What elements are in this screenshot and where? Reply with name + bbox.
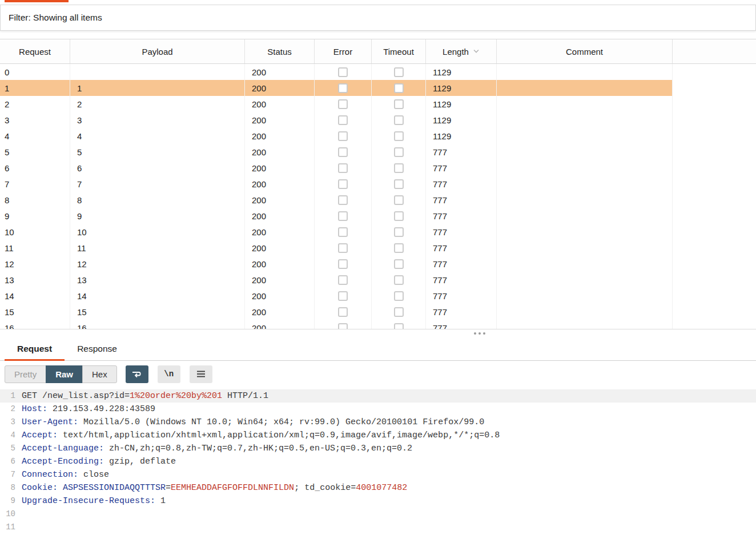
payload-cell: 6 — [70, 160, 245, 176]
timeout-checkbox[interactable] — [394, 243, 404, 253]
timeout-cell — [372, 320, 426, 329]
code-token: Accept: — [22, 431, 58, 440]
payload-cell: 15 — [70, 304, 245, 320]
timeout-checkbox[interactable] — [394, 163, 404, 173]
line-number: 6 — [0, 455, 15, 468]
code-token: Accept-Language: — [22, 444, 104, 453]
table-row[interactable]: 1515200777 — [0, 304, 673, 320]
error-checkbox[interactable] — [338, 147, 348, 157]
raw-button[interactable]: Raw — [46, 365, 83, 383]
payload-cell: 4 — [70, 128, 245, 144]
column-header-length[interactable]: Length — [426, 39, 497, 63]
column-header-timeout[interactable]: Timeout — [372, 39, 426, 63]
timeout-cell — [372, 160, 426, 176]
code-token: Cookie: — [22, 483, 58, 493]
code-line: 5Accept-Language: zh-CN,zh;q=0.8,zh-TW;q… — [0, 442, 756, 455]
error-checkbox[interactable] — [338, 259, 348, 269]
timeout-checkbox[interactable] — [394, 147, 404, 157]
error-checkbox[interactable] — [338, 83, 348, 93]
column-header-error[interactable]: Error — [315, 39, 372, 63]
timeout-checkbox[interactable] — [394, 307, 404, 317]
timeout-cell — [372, 256, 426, 272]
table-row[interactable]: 66200777 — [0, 160, 673, 176]
timeout-checkbox[interactable] — [394, 227, 404, 237]
error-checkbox[interactable] — [338, 99, 348, 109]
column-header-request[interactable]: Request — [0, 39, 70, 63]
error-checkbox[interactable] — [338, 67, 348, 77]
table-row[interactable]: 1212200777 — [0, 256, 673, 272]
code-line-content: Cookie: ASPSESSIONIDAQQTTTSR=EEMHEADDAFG… — [15, 481, 407, 494]
tab-response[interactable]: Response — [65, 337, 130, 360]
timeout-checkbox[interactable] — [394, 179, 404, 189]
code-token: Upgrade-Insecure-Requests: — [22, 496, 155, 506]
error-checkbox[interactable] — [338, 323, 348, 330]
timeout-checkbox[interactable] — [394, 115, 404, 125]
timeout-checkbox[interactable] — [394, 291, 404, 301]
error-checkbox[interactable] — [338, 115, 348, 125]
table-row[interactable]: 99200777 — [0, 208, 673, 224]
table-row[interactable]: 222001129 — [0, 96, 673, 112]
show-newlines-button[interactable]: \n — [158, 365, 180, 383]
column-header-payload[interactable]: Payload — [70, 39, 245, 63]
request-cell: 5 — [0, 144, 70, 160]
error-checkbox[interactable] — [338, 275, 348, 285]
timeout-checkbox[interactable] — [394, 195, 404, 205]
column-header-status[interactable]: Status — [245, 39, 315, 63]
error-cell — [315, 144, 372, 160]
timeout-checkbox[interactable] — [394, 275, 404, 285]
table-row[interactable]: 112001129 — [0, 80, 673, 96]
error-checkbox[interactable] — [338, 227, 348, 237]
timeout-checkbox[interactable] — [394, 83, 404, 93]
timeout-checkbox[interactable] — [394, 67, 404, 77]
length-cell: 777 — [426, 272, 497, 288]
code-line-content: User-Agent: Mozilla/5.0 (Windows NT 10.0… — [15, 416, 484, 429]
code-token — [58, 483, 63, 493]
timeout-checkbox[interactable] — [394, 99, 404, 109]
table-row[interactable]: 77200777 — [0, 176, 673, 192]
pretty-button[interactable]: Pretty — [5, 365, 46, 383]
request-cell: 4 — [0, 128, 70, 144]
comment-cell — [497, 208, 673, 224]
code-line: 2Host: 219.153.49.228:43589 — [0, 403, 756, 416]
table-row[interactable]: 55200777 — [0, 144, 673, 160]
error-checkbox[interactable] — [338, 195, 348, 205]
table-row[interactable]: 1313200777 — [0, 272, 673, 288]
comment-cell — [497, 144, 673, 160]
tab-request[interactable]: Request — [5, 337, 65, 360]
length-cell: 777 — [426, 144, 497, 160]
code-line: 1GET /new_list.asp?id=1%20order%20by%201… — [0, 389, 756, 403]
timeout-checkbox[interactable] — [394, 211, 404, 221]
error-checkbox[interactable] — [338, 291, 348, 301]
payload-cell — [70, 64, 245, 80]
table-row[interactable]: 332001129 — [0, 112, 673, 128]
pane-splitter[interactable] — [0, 329, 756, 337]
status-cell: 200 — [245, 320, 315, 329]
word-wrap-button[interactable] — [126, 365, 148, 383]
table-row[interactable]: 88200777 — [0, 192, 673, 208]
timeout-checkbox[interactable] — [394, 259, 404, 269]
table-row[interactable]: 1010200777 — [0, 224, 673, 240]
filter-bar[interactable]: Filter: Showing all items — [0, 5, 756, 31]
error-checkbox[interactable] — [338, 307, 348, 317]
timeout-checkbox[interactable] — [394, 323, 404, 330]
error-checkbox[interactable] — [338, 179, 348, 189]
error-checkbox[interactable] — [338, 131, 348, 141]
error-checkbox[interactable] — [338, 243, 348, 253]
table-row[interactable]: 1414200777 — [0, 288, 673, 304]
status-cell: 200 — [245, 112, 315, 128]
table-row[interactable]: 02001129 — [0, 64, 673, 80]
column-header-comment[interactable]: Comment — [497, 39, 673, 63]
request-cell: 10 — [0, 224, 70, 240]
table-row[interactable]: 1111200777 — [0, 240, 673, 256]
error-checkbox[interactable] — [338, 163, 348, 173]
table-row[interactable]: 1616200777 — [0, 320, 673, 329]
timeout-checkbox[interactable] — [394, 131, 404, 141]
comment-cell — [497, 112, 673, 128]
hex-button[interactable]: Hex — [82, 365, 117, 383]
table-row[interactable]: 442001129 — [0, 128, 673, 144]
splitter-handle-icon[interactable] — [474, 332, 485, 335]
editor-menu-button[interactable] — [190, 365, 212, 383]
code-token: 219.153.49.228:43589 — [47, 404, 155, 414]
request-editor[interactable]: 1GET /new_list.asp?id=1%20order%20by%201… — [0, 388, 756, 535]
error-checkbox[interactable] — [338, 211, 348, 221]
